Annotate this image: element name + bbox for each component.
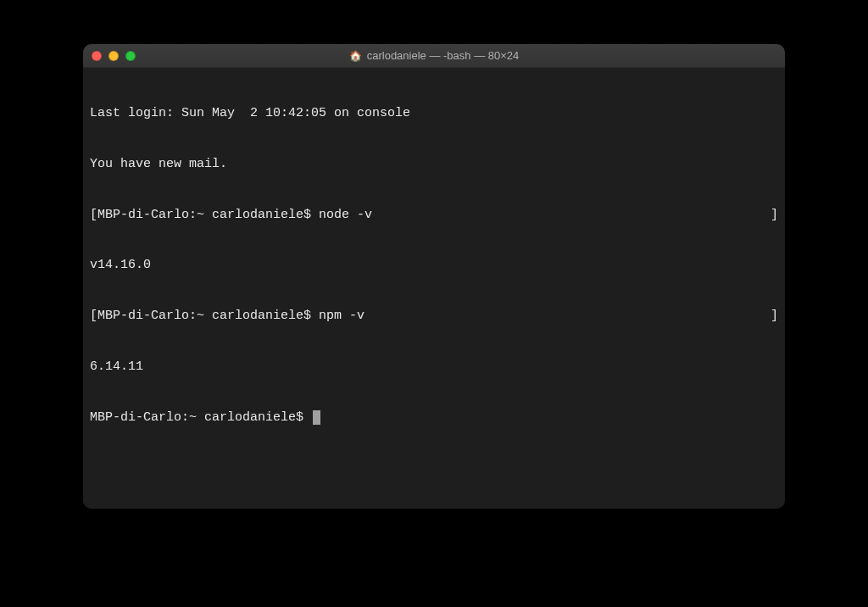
zoom-button[interactable]	[125, 51, 136, 61]
bracket-right-2: ]	[771, 308, 778, 325]
bracket-right-1: ]	[771, 207, 778, 224]
output-2: 6.14.11	[90, 359, 778, 376]
command-line-2: [MBP-di-Carlo:~ carlodaniele$ npm -v ]	[90, 308, 778, 325]
window-title-text: carlodaniele — -bash — 80×24	[367, 49, 520, 62]
command-2: npm -v	[319, 309, 364, 323]
close-button[interactable]	[92, 51, 102, 61]
home-icon: 🏠	[349, 50, 362, 62]
prompt-2: [MBP-di-Carlo:~ carlodaniele$	[90, 309, 319, 323]
window-controls	[92, 51, 136, 61]
terminal-body[interactable]: Last login: Sun May 2 10:42:05 on consol…	[83, 68, 785, 509]
terminal-window: 🏠 carlodaniele — -bash — 80×24 Last logi…	[83, 44, 785, 509]
current-prompt-line: MBP-di-Carlo:~ carlodaniele$	[90, 409, 778, 426]
cursor[interactable]	[313, 410, 320, 425]
mail-message: You have new mail.	[90, 156, 778, 173]
prompt-1: [MBP-di-Carlo:~ carlodaniele$	[90, 208, 319, 222]
minimize-button[interactable]	[108, 51, 119, 61]
command-line-1: [MBP-di-Carlo:~ carlodaniele$ node -v ]	[90, 207, 778, 224]
titlebar: 🏠 carlodaniele — -bash — 80×24	[83, 44, 785, 68]
command-1: node -v	[319, 208, 372, 222]
window-title: 🏠 carlodaniele — -bash — 80×24	[83, 49, 785, 62]
prompt-3: MBP-di-Carlo:~ carlodaniele$	[90, 410, 311, 425]
login-message: Last login: Sun May 2 10:42:05 on consol…	[90, 105, 778, 122]
output-1: v14.16.0	[90, 257, 778, 274]
